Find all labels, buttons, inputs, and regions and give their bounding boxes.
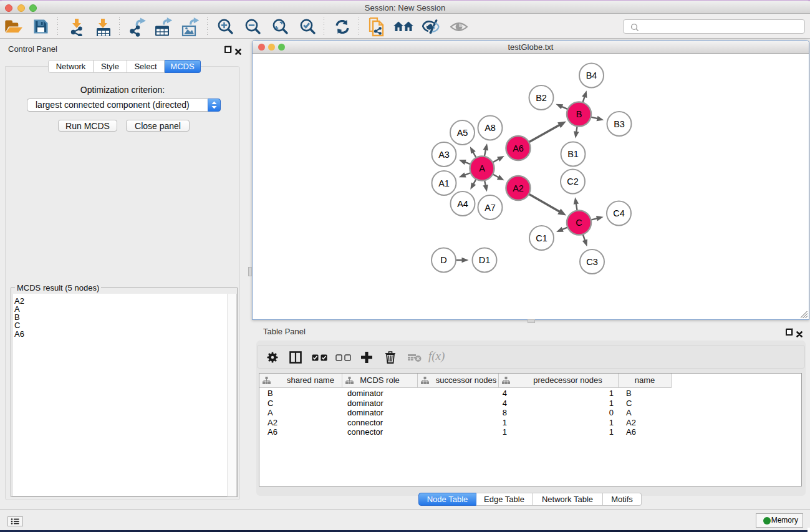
svg-text:C2: C2	[567, 177, 579, 186]
svg-text:A: A	[479, 163, 485, 173]
svg-text:C: C	[576, 218, 582, 228]
svg-text:B: B	[576, 109, 582, 119]
svg-text:A3: A3	[438, 150, 450, 160]
svg-text:A7: A7	[485, 203, 496, 213]
svg-text:C4: C4	[613, 208, 625, 218]
svg-text:A8: A8	[485, 123, 496, 133]
svg-text:A2: A2	[513, 183, 524, 193]
svg-text:C1: C1	[536, 233, 547, 243]
svg-text:D: D	[440, 255, 446, 265]
svg-text:B2: B2	[536, 93, 547, 103]
svg-text:D1: D1	[479, 255, 491, 265]
svg-text:B1: B1	[567, 149, 579, 159]
svg-text:A5: A5	[457, 128, 468, 138]
svg-text:C3: C3	[586, 257, 598, 267]
svg-text:B4: B4	[586, 70, 597, 80]
svg-text:B3: B3	[614, 119, 625, 129]
svg-text:A6: A6	[513, 143, 524, 153]
svg-text:A1: A1	[438, 178, 450, 188]
svg-text:A4: A4	[457, 199, 468, 209]
